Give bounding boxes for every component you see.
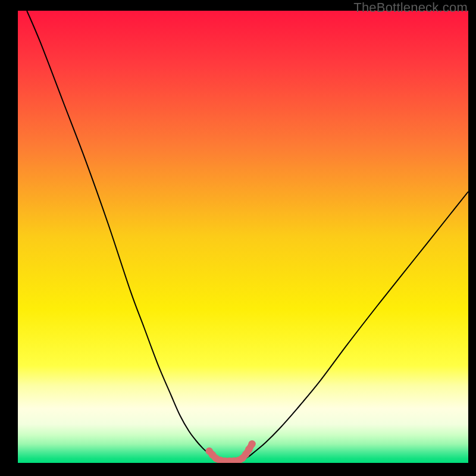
watermark-text: TheBottleneck.com: [353, 0, 468, 15]
plot-area: [18, 11, 468, 463]
chart-svg: [18, 11, 468, 463]
chart-frame: TheBottleneck.com: [0, 0, 476, 476]
gradient-background: [18, 11, 468, 463]
svg-point-11: [248, 440, 255, 447]
